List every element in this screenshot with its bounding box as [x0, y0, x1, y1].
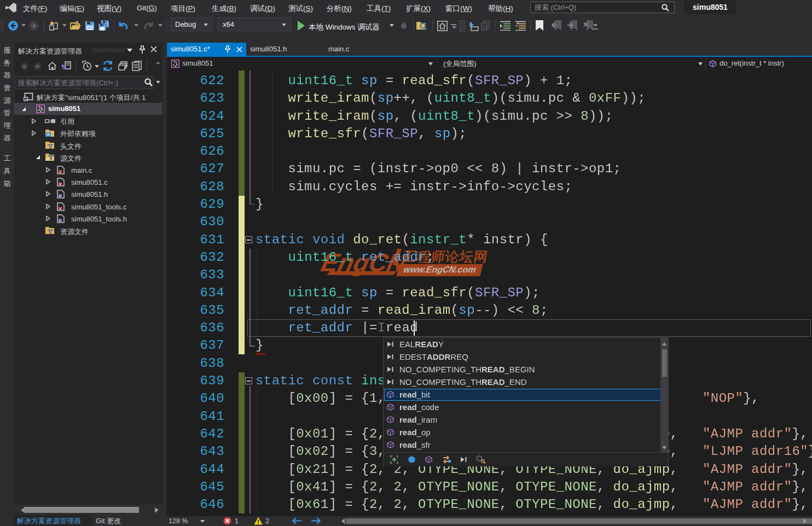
svg-text:c: c — [59, 206, 61, 211]
svg-text:c: c — [59, 170, 61, 174]
svg-text:h: h — [59, 194, 61, 198]
svg-text:h: h — [59, 218, 61, 223]
svg-text:c: c — [59, 182, 61, 186]
